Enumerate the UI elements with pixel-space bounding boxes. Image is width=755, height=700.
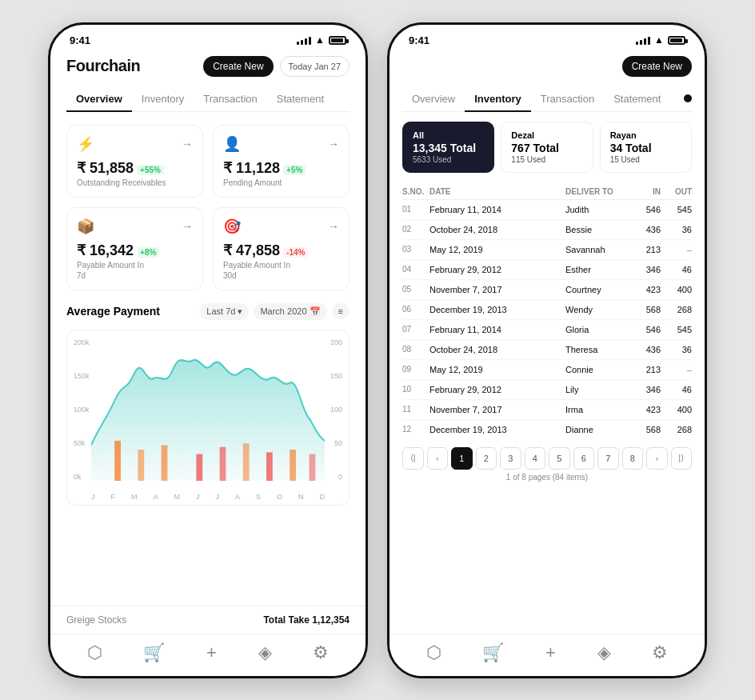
chart-filters: Last 7d ▾ March 2020 📅 ≡ (200, 303, 350, 320)
time-left: 9:41 (70, 34, 90, 46)
footer-total: Total Take 1,12,354 (263, 614, 350, 626)
page-1-btn[interactable]: 1 (451, 447, 473, 470)
tab-overview-right[interactable]: Overview (402, 86, 465, 111)
pagination-info: 1 of 8 pages (84 items) (402, 473, 692, 488)
page-prev-btn[interactable]: ‹ (427, 447, 449, 470)
right-header: Create New (402, 50, 692, 86)
inv-card-dezal[interactable]: Dezal 767 Total 115 Used (501, 122, 593, 173)
svg-rect-6 (266, 452, 273, 481)
svg-rect-8 (310, 454, 316, 480)
inv-card-all-total: 13,345 Total (413, 142, 484, 154)
tab-inventory-right[interactable]: Inventory (465, 86, 531, 111)
table-row[interactable]: 11November 7, 2017Irma423400 (402, 400, 692, 420)
table-row[interactable]: 10February 29, 2012Lily34646 (402, 380, 692, 400)
table-row[interactable]: 04February 29, 2012Esther34646 (402, 260, 692, 280)
payable7d-badge: +8% (137, 247, 159, 258)
nav-home-icon-left[interactable]: ⬡ (87, 642, 102, 663)
date-filter-button[interactable]: Today Jan 27 (280, 56, 350, 77)
left-phone-content: Fourchain Create New Today Jan 27 Overvi… (50, 50, 366, 606)
right-nav-bar: ⬡ 🛒 + ◈ ⚙ (389, 634, 705, 676)
battery-icon-right (668, 36, 685, 45)
page-next-btn[interactable]: › (646, 447, 668, 470)
col-date: DATE (429, 187, 562, 196)
page-8-btn[interactable]: 8 (622, 447, 644, 470)
inv-card-rayan-label: Rayan (610, 130, 681, 140)
battery-icon (329, 36, 346, 45)
inv-card-all-label: All (413, 130, 484, 140)
page-first-btn[interactable]: ⟨| (402, 447, 424, 470)
page-2-btn[interactable]: 2 (476, 447, 497, 470)
payable7d-sub: 7d (77, 271, 193, 280)
app-logo: Fourchain (66, 57, 140, 75)
nav-cart-icon-left[interactable]: 🛒 (143, 642, 165, 663)
chart-header: Average Payment Last 7d ▾ March 2020 📅 ≡ (66, 303, 350, 320)
table-row[interactable]: 03May 12, 2019Savannah213– (402, 240, 692, 260)
nav-settings-icon-right[interactable]: ⚙ (652, 642, 668, 663)
col-out: OUT (664, 187, 692, 196)
table-row[interactable]: 12December 19, 2013Dianne568268 (402, 420, 692, 439)
options-btn[interactable]: ≡ (332, 303, 350, 319)
table-row[interactable]: 06December 19, 2013Wendy568268 (402, 300, 692, 320)
svg-rect-2 (162, 445, 168, 481)
receivables-value: ₹ 51,858+55% (77, 159, 193, 177)
svg-rect-3 (196, 454, 202, 480)
arrow-icon-2: → (328, 138, 339, 150)
inv-card-dezal-total: 767 Total (511, 142, 582, 154)
tab-statement-left[interactable]: Statement (267, 86, 334, 111)
page-last-btn[interactable]: |⟩ (671, 447, 693, 470)
time-filter-btn[interactable]: Last 7d ▾ (200, 303, 249, 320)
nav-add-icon-right[interactable]: + (545, 642, 556, 663)
arrow-icon-1: → (182, 138, 193, 150)
table-row[interactable]: 02October 24, 2018Bessie43636 (402, 220, 692, 240)
inv-card-all-used: 5633 Used (413, 155, 484, 164)
page-4-btn[interactable]: 4 (525, 447, 546, 470)
pending-label: Pending Amount (223, 178, 339, 187)
inv-card-all[interactable]: All 13,345 Total 5633 Used (402, 122, 494, 173)
inv-card-dezal-used: 115 Used (511, 155, 582, 164)
page-6-btn[interactable]: 6 (573, 447, 595, 470)
table-row[interactable]: 01February 11, 2014Judith546545 (402, 200, 692, 220)
table-header: S.NO. DATE DELIVER TO IN OUT (402, 184, 692, 200)
nav-home-icon-right[interactable]: ⬡ (426, 642, 441, 663)
tab-overview-left[interactable]: Overview (66, 86, 132, 111)
create-new-button-left[interactable]: Create New (203, 56, 273, 77)
inventory-cards: All 13,345 Total 5633 Used Dezal 767 Tot… (402, 122, 692, 173)
metric-receivables: ⚡ → ₹ 51,858+55% Outstanding Receivables (66, 125, 203, 198)
status-icons-right: ▲ (636, 34, 685, 46)
col-sno: S.NO. (402, 187, 426, 196)
table-row[interactable]: 05November 7, 2017Courtney423400 (402, 280, 692, 300)
table-row[interactable]: 09May 12, 2019Connie213– (402, 360, 692, 380)
page-5-btn[interactable]: 5 (549, 447, 570, 470)
tab-inventory-left[interactable]: Inventory (132, 86, 194, 111)
page-7-btn[interactable]: 7 (597, 447, 619, 470)
y-axis-left: 200k150k100k50k0k (74, 338, 90, 481)
create-new-button-right[interactable]: Create New (622, 56, 692, 77)
inv-card-rayan[interactable]: Rayan 34 Total 15 Used (600, 122, 692, 173)
tab-transaction-right[interactable]: Transaction (531, 86, 604, 111)
x-axis-labels: JFMAMJ JASOND (91, 493, 325, 501)
page-3-btn[interactable]: 3 (500, 447, 521, 470)
table-row[interactable]: 07February 11, 2014Gloria546545 (402, 320, 692, 340)
payable30d-value: ₹ 47,858-14% (223, 242, 339, 259)
status-icons-left: ▲ (297, 34, 346, 46)
payable30d-sub: 30d (223, 271, 339, 280)
date-filter-btn[interactable]: March 2020 📅 (254, 303, 326, 320)
nav-settings-icon-left[interactable]: ⚙ (313, 642, 329, 663)
nav-cart-icon-right[interactable]: 🛒 (482, 642, 504, 663)
nav-box-icon-left[interactable]: ◈ (258, 642, 272, 663)
receivables-icon: ⚡ (77, 135, 94, 153)
tab-statement-right[interactable]: Statement (604, 86, 670, 111)
tab-transaction-left[interactable]: Transaction (194, 86, 266, 111)
nav-add-icon-left[interactable]: + (206, 642, 217, 663)
svg-rect-5 (243, 443, 250, 481)
payable30d-icon: 🎯 (223, 218, 241, 235)
arrow-icon-3: → (182, 220, 193, 233)
chart-container: 200k150k100k50k0k 200150100500 (66, 330, 350, 506)
pending-value: ₹ 11,128+5% (223, 159, 339, 177)
arrow-icon-4: → (328, 220, 339, 233)
status-bar-left: 9:41 ▲ (50, 25, 366, 50)
pending-icon: 👤 (223, 135, 241, 153)
nav-box-icon-right[interactable]: ◈ (597, 642, 611, 663)
table-row[interactable]: 08October 24, 2018Theresa43636 (402, 340, 692, 360)
pending-badge: +5% (283, 165, 306, 175)
